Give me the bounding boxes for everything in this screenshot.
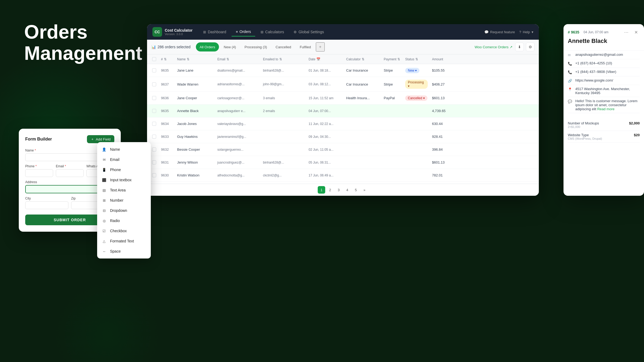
tab-dashboard[interactable]: ⊞ Dashboard	[199, 28, 230, 36]
email-input[interactable]	[56, 169, 84, 177]
tab-global-settings[interactable]: ⚙ Global Settings	[289, 28, 328, 36]
dropdown-item-name[interactable]: 👤 Name	[97, 144, 151, 154]
table-row[interactable]: 9632 Bessie Cooper solangerguerreo... 02…	[147, 143, 539, 156]
table-row[interactable]: 9633 Guy Hawkins javiereramirezf@g... 09…	[147, 130, 539, 143]
table-row[interactable]: 9631 Jenny Wilson juancrodriguez@... bin…	[147, 156, 539, 169]
table-row-selected[interactable]: 9635 Annette Black anapsilvagutierr e...…	[147, 105, 539, 117]
row-name: Wade Warren	[175, 80, 215, 89]
form-builder-title: Form Builder	[25, 137, 52, 142]
dropdown-item-checkbox[interactable]: ☑ Checkbox	[97, 226, 151, 236]
row-name: Kristin Watson	[175, 171, 215, 180]
dropdown-item-number[interactable]: ⊞ Number	[97, 195, 151, 205]
phone-label: Phone *	[25, 164, 53, 168]
dropdown-item-textarea[interactable]: ▤ Text Area	[97, 185, 151, 195]
table-row[interactable]: 9636 Jane Cooper carlosagomezr@... 3 ema…	[147, 92, 539, 105]
th-name: Name ⇅	[175, 54, 215, 64]
phone-input[interactable]	[25, 169, 53, 177]
row-checkbox[interactable]	[152, 82, 156, 86]
dropdown-item-formatted-text[interactable]: △ Formated Text	[97, 236, 151, 246]
app-version: Version: 3.0.0	[165, 32, 192, 36]
dropdown-item-phone[interactable]: 📱 Phone	[97, 165, 151, 175]
table-row[interactable]: 9635 Jane Lane dsaltorres@gmail... binha…	[147, 64, 539, 77]
row-name: Guy Hawkins	[175, 132, 215, 141]
page-2-button[interactable]: 2	[326, 186, 334, 194]
row-payment	[382, 121, 403, 127]
download-button[interactable]: ⬇	[515, 43, 524, 51]
table-row[interactable]: 9630 Kristin Watson alfredocmotta@g... c…	[147, 169, 539, 182]
contact-phone2-row: 📞 +1 (844) 437–9808 (Viber)	[568, 68, 640, 76]
row-amount: 782.01	[430, 171, 454, 180]
row-checkbox[interactable]	[152, 160, 156, 164]
settings-button[interactable]: ⚙	[526, 43, 535, 51]
row-checkbox[interactable]	[152, 122, 156, 126]
item-price-mockups: $2,000	[629, 121, 640, 128]
order-item-website: Website Type CMS (WordPress, Drupal) $20	[568, 131, 640, 143]
filter-tabs: All Orders New (4) Processing (3) Cancel…	[196, 42, 469, 51]
add-filter-button[interactable]: +	[316, 42, 325, 51]
website-contact-icon: 🔗	[568, 79, 573, 83]
table-row[interactable]: 9634 Jacob Jones valeriaysbravo@g... 11 …	[147, 117, 539, 130]
filter-fulfilled[interactable]: Fulfiled	[296, 42, 315, 51]
phone-icon: 📱	[101, 167, 107, 172]
th-amount: Amount	[430, 54, 454, 64]
table-row[interactable]: 9629 Eleanor Pena albertaarce@gm... vuha…	[147, 182, 539, 184]
page-5-button[interactable]: 5	[352, 186, 360, 194]
row-calc: Car Insurance	[344, 80, 382, 89]
dropdown-item-email[interactable]: ✉ Email	[97, 154, 151, 165]
row-checkbox[interactable]	[152, 96, 156, 100]
more-options-button[interactable]: ⋯	[623, 28, 630, 36]
row-calc	[344, 160, 382, 165]
help-btn[interactable]: ? Help ▾	[519, 30, 533, 34]
row-date: 11 Jun, 02:22 a...	[306, 119, 344, 128]
order-items: Number of Mockups 2×$1,000 $2,000 Websit…	[564, 116, 644, 196]
row-date: 01 Jun, 08:18...	[306, 66, 344, 75]
page-1-button[interactable]: 1	[318, 186, 325, 194]
row-payment	[382, 134, 403, 139]
order-item-mockups: Number of Mockups 2×$1,000 $2,000	[568, 119, 640, 131]
item-price-website: $20	[634, 133, 640, 140]
select-all-checkbox[interactable]	[152, 57, 156, 61]
row-email: carlosagomezr@...	[215, 94, 261, 103]
page-next-button[interactable]: »	[361, 186, 368, 194]
textarea-icon: ▤	[101, 187, 107, 193]
row-emailed	[261, 121, 306, 127]
customer-name: Annette Black	[568, 38, 640, 45]
contact-info: ✉ anapsilvagutierrez@gmail.com 📞 +1 (637…	[564, 51, 644, 116]
row-status	[403, 173, 430, 178]
row-checkbox[interactable]	[152, 135, 156, 139]
table-row[interactable]: 9637 Wade Warren adrianasltorres@... joh…	[147, 77, 539, 92]
item-name-mockups: Number of Mockups	[568, 121, 599, 125]
row-emailed: binhan628@...	[261, 158, 306, 167]
row-checkbox[interactable]	[152, 173, 156, 177]
checkbox-icon: ☑	[101, 228, 107, 234]
filter-processing[interactable]: Processing (3)	[241, 42, 271, 51]
filter-cancelled[interactable]: Cancelled	[272, 42, 295, 51]
row-payment	[382, 147, 403, 152]
page-4-button[interactable]: 4	[343, 186, 351, 194]
close-panel-button[interactable]: ✕	[632, 28, 640, 36]
city-input[interactable]	[25, 201, 68, 209]
woo-commerce-link[interactable]: Woo Comerce Orders ↗	[475, 45, 513, 49]
page-3-button[interactable]: 3	[335, 186, 342, 194]
pagination: 1 2 3 4 5 »	[147, 184, 539, 196]
row-checkbox[interactable]	[152, 68, 156, 72]
dropdown-item-space[interactable]: ↔ Space	[97, 246, 151, 256]
dropdown-item-input-textbox[interactable]: ⬛ Input textbox	[97, 175, 151, 185]
filter-new[interactable]: New (4)	[220, 42, 240, 51]
row-checkbox[interactable]	[152, 109, 156, 113]
row-amount: $406.27	[430, 80, 454, 89]
tab-calculators[interactable]: ⊞ Calculators	[256, 28, 288, 36]
tab-orders[interactable]: ≡ Orders	[232, 27, 255, 36]
dropdown-item-dropdown[interactable]: ⊟ Dropdown	[97, 205, 151, 216]
dropdown-item-radio[interactable]: ◎ Radio	[97, 216, 151, 226]
row-date: 09 Jun, 04:30...	[306, 132, 344, 141]
row-checkbox[interactable]	[152, 147, 156, 152]
request-feature-btn[interactable]: 💬 Request feature	[484, 30, 515, 34]
read-more-link[interactable]: Read more	[597, 107, 614, 111]
row-status	[403, 134, 430, 139]
row-status: Cancelled ▾	[403, 93, 430, 104]
row-payment: Stripe	[382, 80, 403, 89]
row-payment: PayPal	[382, 93, 403, 103]
row-email: alfredocmotta@g...	[215, 171, 261, 180]
filter-all-orders[interactable]: All Orders	[196, 42, 219, 51]
